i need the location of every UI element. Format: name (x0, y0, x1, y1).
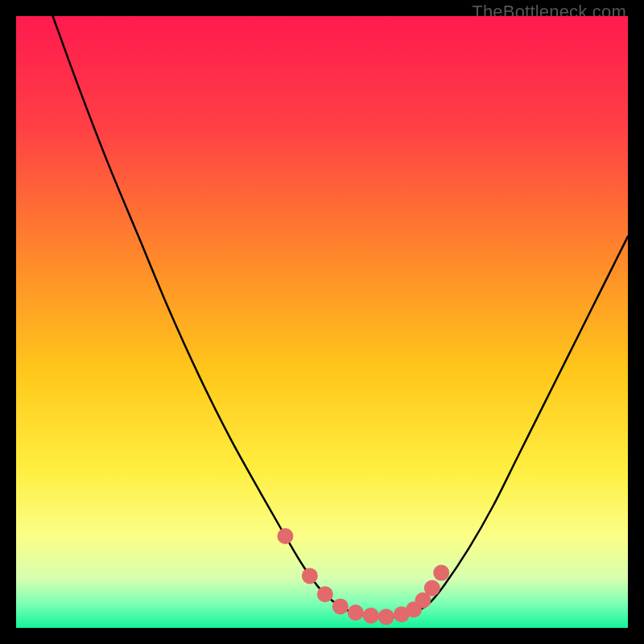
data-point (363, 608, 379, 624)
chart-background (16, 16, 628, 628)
data-point (277, 528, 293, 544)
data-point (378, 609, 394, 625)
chart-svg (16, 16, 628, 628)
data-point (424, 580, 440, 597)
data-point (433, 565, 449, 581)
data-point (302, 568, 318, 584)
plot-area (16, 16, 628, 628)
chart-frame: TheBottleneck.com (0, 0, 644, 644)
data-point (348, 605, 364, 621)
data-point (332, 598, 349, 614)
data-point (317, 586, 333, 602)
